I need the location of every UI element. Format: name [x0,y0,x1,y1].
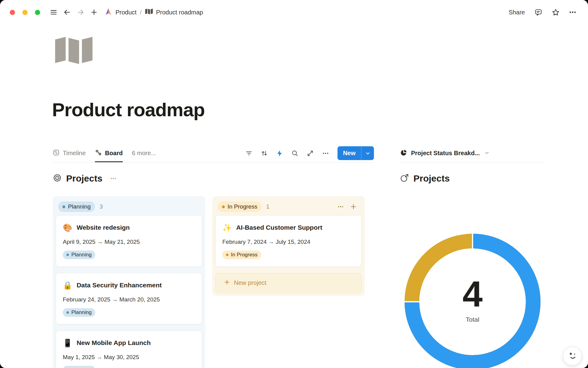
card-status-label: In Progress [231,252,258,258]
tab-timeline[interactable]: Timeline [53,144,86,162]
sidebar-toggle-button[interactable] [47,6,60,19]
column-count: 3 [100,203,103,210]
column-count: 1 [266,203,270,210]
board-view-icon [95,149,102,158]
chevron-down-icon [484,149,490,157]
tab-timeline-label: Timeline [63,150,86,157]
total-value: 4 [462,275,483,313]
timeline-view-icon [53,149,60,158]
filter-button[interactable] [243,147,255,160]
plus-icon [90,8,98,16]
card-title: AI-Based Customer Support [236,223,322,232]
back-button[interactable] [60,6,74,19]
close-window-button[interactable] [10,10,15,15]
favorite-button[interactable] [549,6,562,19]
board-title-row: Projects [53,172,374,185]
expand-button[interactable] [304,147,317,160]
column-planning: Planning 3 🎨 Website redesign April 9, 2… [53,196,205,368]
board-title-options-button[interactable] [107,172,120,185]
filter-icon [245,150,253,157]
project-card[interactable]: ✨ AI-Based Customer Support February 7, … [215,215,362,267]
new-project-button[interactable]: New project [215,273,362,293]
ellipsis-icon [337,203,344,210]
star-icon [552,8,560,17]
app-window: Product / Product roadmap Share [0,0,588,368]
topbar-actions: Share [506,6,579,19]
forward-button[interactable] [74,6,87,19]
column-options-button[interactable] [335,201,346,213]
card-emoji-icon: 📱 [63,339,72,347]
card-title: New Mobile App Launch [77,338,151,347]
breadcrumb-item-product[interactable]: Product [115,9,137,16]
project-card[interactable]: 🔒 Data Security Enhancement February 24,… [56,273,202,324]
breadcrumb-separator: / [140,9,142,16]
project-card[interactable]: 🎨 Website redesign April 9, 2025 → May 2… [56,215,202,267]
zoom-window-button[interactable] [35,10,40,15]
target-icon [53,173,62,184]
card-status-badge: Planning [63,366,95,368]
plus-icon [224,279,230,287]
card-emoji-icon: 🔒 [63,282,72,289]
kanban-board: Planning 3 🎨 Website redesign April 9, 2… [53,196,374,368]
pie-chart-icon [400,149,407,157]
chart-selector[interactable]: Project Status Breakd... [400,144,490,162]
ai-face-icon [567,351,577,362]
status-pill-label: Planning [68,203,91,210]
card-emoji-icon: ✨ [222,224,232,232]
chart-title-row: Projects [400,172,545,185]
lightning-icon [276,150,283,157]
status-pill-in-progress[interactable]: In Progress [218,201,262,212]
sort-button[interactable] [258,147,271,160]
ai-assistant-button[interactable] [563,347,582,366]
status-pill-label: In Progress [228,203,257,210]
status-pill-planning[interactable]: Planning [58,201,95,212]
tab-board[interactable]: Board [95,144,123,162]
column-actions [335,201,359,213]
donut-chart[interactable]: 4 Total [402,231,543,368]
search-button[interactable] [288,147,301,160]
search-icon [291,150,299,157]
sort-arrows-icon [261,150,268,157]
expand-diagonal-icon [307,150,314,157]
column-add-button[interactable] [348,201,359,213]
hamburger-icon [50,8,58,16]
column-in-progress: In Progress 1 [212,196,365,296]
donut-center: 4 Total [402,229,543,368]
board-section: Timeline Board 6 more... [53,144,374,368]
chevron-down-icon[interactable] [361,146,374,160]
card-status-badge: In Progress [222,251,261,259]
column-planning-header: Planning 3 [56,199,202,214]
status-dot-icon [66,254,69,256]
more-options-button[interactable] [566,6,579,19]
tab-board-label: Board [105,150,123,157]
comments-button[interactable] [532,6,545,19]
new-project-label: New project [234,279,266,286]
more-views-button[interactable]: 6 more... [132,150,156,157]
card-status-label: Planning [71,309,92,316]
board-section-title: Projects [66,173,102,184]
chart-selector-label: Project Status Breakd... [411,150,480,157]
breadcrumb-item-current[interactable]: Product roadmap [156,9,203,16]
card-emoji-icon: 🎨 [63,224,72,232]
project-card[interactable]: 📱 New Mobile App Launch May 1, 2025 → Ma… [56,331,202,368]
status-dot-icon [226,254,228,256]
new-button[interactable]: New [337,146,374,160]
card-title: Data Security Enhancement [77,281,162,290]
card-date-range: April 9, 2025 → May 21, 2025 [63,238,195,246]
ellipsis-icon [569,8,577,16]
new-tab-button[interactable] [87,6,101,19]
plus-icon [350,203,357,210]
status-dot-icon [222,205,225,208]
status-dot-icon [62,205,65,208]
column-in-progress-cards: ✨ AI-Based Customer Support February 7, … [215,215,362,267]
card-status-badge: Planning [63,251,95,259]
top-bar: Product / Product roadmap Share [0,0,588,25]
forward-arrow-icon [77,8,85,16]
page-icon-map[interactable] [55,37,92,66]
view-options-button[interactable] [319,147,332,160]
chart-section: Project Status Breakd... Projects [400,144,545,368]
automations-button[interactable] [273,147,286,160]
minimize-window-button[interactable] [22,10,28,15]
share-button[interactable]: Share [506,6,528,18]
new-button-label: New [337,146,361,160]
